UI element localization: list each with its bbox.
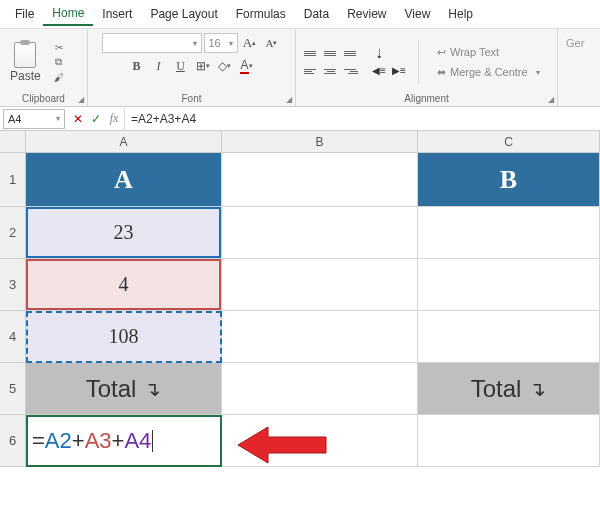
bold-button[interactable]: B	[127, 56, 147, 76]
cancel-icon[interactable]: ✕	[70, 112, 86, 126]
align-center-icon[interactable]	[322, 63, 340, 79]
menu-view[interactable]: View	[396, 3, 440, 25]
fx-icon[interactable]: fx	[106, 111, 122, 126]
enter-icon[interactable]: ✓	[88, 112, 104, 126]
cell-b5[interactable]	[222, 363, 418, 415]
formula-bar: A4▾ ✕ ✓ fx =A2+A3+A4	[0, 107, 600, 131]
fill-color-icon[interactable]: ◇▾	[215, 56, 235, 76]
cell-c2[interactable]	[418, 207, 600, 259]
menu-insert[interactable]: Insert	[93, 3, 141, 25]
number-format-combo[interactable]: Ger	[564, 33, 582, 53]
cell-a1[interactable]: A	[26, 153, 222, 207]
increase-indent-icon[interactable]: ▶≡	[390, 63, 408, 79]
cell-a3[interactable]: 4	[26, 259, 222, 311]
cell-c1[interactable]: B	[418, 153, 600, 207]
align-middle-icon[interactable]	[322, 45, 340, 61]
ribbon: Paste ✂ ⧉ 🖌 Clipboard ◢ ▾ 16▾ A▴ A▾ B I …	[0, 29, 600, 107]
copy-icon[interactable]: ⧉	[52, 56, 66, 68]
menu-formulas[interactable]: Formulas	[227, 3, 295, 25]
increase-font-icon[interactable]: A▴	[240, 33, 260, 53]
font-launcher-icon[interactable]: ◢	[286, 95, 292, 104]
col-header-c[interactable]: C	[418, 131, 600, 152]
menu-bar: File Home Insert Page Layout Formulas Da…	[0, 0, 600, 29]
font-size-combo[interactable]: 16▾	[204, 33, 238, 53]
alignment-group-label: Alignment	[302, 91, 551, 104]
decrease-indent-icon[interactable]: ◀≡	[370, 63, 388, 79]
italic-button[interactable]: I	[149, 56, 169, 76]
menu-data[interactable]: Data	[295, 3, 338, 25]
cell-b4[interactable]	[222, 311, 418, 363]
decrease-font-icon[interactable]: A▾	[262, 33, 282, 53]
cell-c3[interactable]	[418, 259, 600, 311]
menu-review[interactable]: Review	[338, 3, 395, 25]
cell-b1[interactable]	[222, 153, 418, 207]
col-header-a[interactable]: A	[26, 131, 222, 152]
merge-icon: ⬌	[437, 66, 446, 79]
row-header-6[interactable]: 6	[0, 415, 26, 467]
formula-input[interactable]: =A2+A3+A4	[124, 107, 600, 130]
align-left-icon[interactable]	[302, 63, 320, 79]
row-header-2[interactable]: 2	[0, 207, 26, 259]
font-family-combo[interactable]: ▾	[102, 33, 202, 53]
cut-icon[interactable]: ✂	[52, 41, 66, 53]
ribbon-number: Ger	[558, 29, 588, 106]
orientation-icon[interactable]: ⭭	[370, 45, 388, 61]
alignment-launcher-icon[interactable]: ◢	[548, 95, 554, 104]
format-painter-icon[interactable]: 🖌	[52, 71, 66, 83]
cell-b2[interactable]	[222, 207, 418, 259]
cell-b3[interactable]	[222, 259, 418, 311]
menu-help[interactable]: Help	[439, 3, 482, 25]
row-header-4[interactable]: 4	[0, 311, 26, 363]
row-header-5[interactable]: 5	[0, 363, 26, 415]
underline-button[interactable]: U	[171, 56, 191, 76]
cell-a2[interactable]: 23	[26, 207, 222, 259]
cell-c4[interactable]	[418, 311, 600, 363]
col-header-b[interactable]: B	[222, 131, 418, 152]
font-color-icon[interactable]: A▾	[237, 56, 257, 76]
cell-a4[interactable]: 108	[26, 311, 222, 363]
ribbon-alignment: ⭭ ◀≡ ▶≡ ↩Wrap Text ⬌Merge & Centre▾ Alig…	[296, 29, 558, 106]
cell-c6[interactable]	[418, 415, 600, 467]
down-arrow-icon: ↴	[144, 377, 161, 401]
wrap-icon: ↩	[437, 46, 446, 59]
row-header-1[interactable]: 1	[0, 153, 26, 207]
ribbon-font: ▾ 16▾ A▴ A▾ B I U ⊞▾ ◇▾ A▾ Font ◢	[88, 29, 296, 106]
cell-b6[interactable]	[222, 415, 418, 467]
down-arrow-icon: ↴	[529, 377, 546, 401]
clipboard-group-label: Clipboard	[6, 91, 81, 104]
align-bottom-icon[interactable]	[342, 45, 360, 61]
ribbon-clipboard: Paste ✂ ⧉ 🖌 Clipboard ◢	[0, 29, 88, 106]
clipboard-launcher-icon[interactable]: ◢	[78, 95, 84, 104]
borders-icon[interactable]: ⊞▾	[193, 56, 213, 76]
cell-c5[interactable]: Total↴	[418, 363, 600, 415]
cell-a6[interactable]: =A2+A3+A4	[26, 415, 222, 467]
align-right-icon[interactable]	[342, 63, 360, 79]
menu-home[interactable]: Home	[43, 2, 93, 26]
clipboard-icon	[14, 42, 36, 68]
merge-centre-button[interactable]: ⬌Merge & Centre▾	[435, 64, 542, 81]
paste-button[interactable]: Paste	[6, 40, 45, 85]
cell-a5[interactable]: Total↴	[26, 363, 222, 415]
align-top-icon[interactable]	[302, 45, 320, 61]
row-header-3[interactable]: 3	[0, 259, 26, 311]
select-all-corner[interactable]	[0, 131, 26, 152]
font-group-label: Font	[94, 91, 289, 104]
menu-page-layout[interactable]: Page Layout	[141, 3, 226, 25]
worksheet: A B C 1 2 3 4 5 6 A B 23 4	[0, 131, 600, 467]
menu-file[interactable]: File	[6, 3, 43, 25]
paste-label: Paste	[10, 69, 41, 83]
name-box[interactable]: A4▾	[3, 109, 65, 129]
wrap-text-button[interactable]: ↩Wrap Text	[435, 44, 542, 61]
